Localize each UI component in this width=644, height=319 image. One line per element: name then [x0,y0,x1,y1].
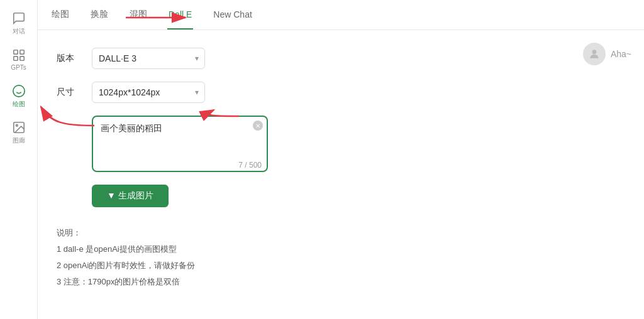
gallery-icon [12,121,26,134]
size-row: 尺寸 1024px*1024px 512px*512px 256px*256px… [57,82,321,103]
chat-icon [12,11,26,25]
main-content: 绘图 换脸 混图 Dall.E New Chat 版本 [38,0,644,319]
username: Aha~ [611,49,631,59]
generate-button[interactable]: ▼ 生成图片 [92,185,169,207]
notes-title: 说明： [57,225,321,241]
version-row: 版本 DALL·E 3 DALL·E 2 ▾ [57,48,321,69]
notes-section: 说明： 1 dall-e 是openAi提供的画图模型 2 openAi的图片有… [57,225,321,290]
svg-point-4 [13,85,24,96]
clear-button[interactable]: ✕ [253,121,263,131]
sidebar-item-gpts[interactable]: GPTs [3,44,35,75]
sidebar-gallery-label: 图廊 [13,136,25,145]
svg-point-8 [16,124,18,126]
avatar [583,43,606,65]
tab-draw[interactable]: 绘图 [50,0,70,30]
notes-line-1: 1 dall-e 是openAi提供的画图模型 [57,241,321,257]
sidebar-item-gallery[interactable]: 图廊 [3,117,35,148]
notes-line-3: 3 注意：1790px的图片价格是双倍 [57,274,321,290]
right-panel: Aha~ [340,30,644,319]
sidebar-gpts-label: GPTs [11,64,26,71]
tabs-bar: 绘图 换脸 混图 Dall.E New Chat [38,0,644,30]
version-label: 版本 [57,53,82,64]
version-select-wrapper: DALL·E 3 DALL·E 2 ▾ [92,48,205,69]
char-count: 7 / 500 [238,161,262,170]
size-select-wrapper: 1024px*1024px 512px*512px 256px*256px 17… [92,82,205,103]
sidebar-draw-label: 绘图 [13,100,25,109]
svg-rect-2 [13,57,17,60]
tab-dalle[interactable]: Dall.E [167,0,193,30]
size-label: 尺寸 [57,87,82,98]
draw-icon [12,84,26,98]
svg-rect-3 [19,57,23,60]
user-info: Aha~ [583,43,631,65]
content-area: 版本 DALL·E 3 DALL·E 2 ▾ 尺寸 1024px*102 [38,30,644,319]
svg-rect-0 [13,50,17,54]
svg-rect-1 [19,50,23,54]
gpts-icon [12,48,26,62]
size-select[interactable]: 1024px*1024px 512px*512px 256px*256px 17… [92,82,205,103]
avatar-icon [588,48,601,60]
version-select[interactable]: DALL·E 3 DALL·E 2 [92,48,205,69]
sidebar: 对话 GPTs 绘图 [0,0,38,319]
tab-mix[interactable]: 混图 [128,0,148,30]
sidebar-item-chat[interactable]: 对话 [3,8,35,39]
svg-point-9 [592,50,597,54]
prompt-wrapper: ✕ 7 / 500 [92,116,268,175]
left-panel: 版本 DALL·E 3 DALL·E 2 ▾ 尺寸 1024px*102 [38,30,340,319]
sidebar-chat-label: 对话 [13,27,25,36]
tab-face-swap[interactable]: 换脸 [89,0,109,30]
notes-line-2: 2 openAi的图片有时效性，请做好备份 [57,257,321,274]
tab-new-chat[interactable]: New Chat [212,0,253,30]
sidebar-item-draw[interactable]: 绘图 [3,80,35,112]
